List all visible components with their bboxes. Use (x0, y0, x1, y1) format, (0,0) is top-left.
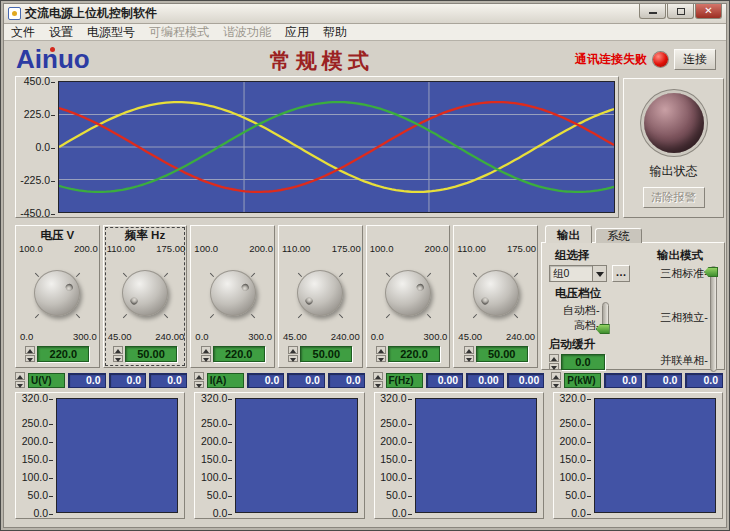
knob-scale-label: 110.00 (282, 243, 310, 254)
knob-scale-label: 110.00 (457, 243, 485, 254)
knob-spinner[interactable] (113, 346, 123, 362)
knob-scale-label: 45.00 (283, 331, 307, 342)
trend-plot (56, 398, 178, 513)
knob-value-display[interactable]: 220.0 (388, 346, 440, 362)
knob-title (368, 228, 449, 242)
meter-spinner[interactable] (15, 372, 25, 388)
output-status-panel: 输出状态 清除报警 (623, 78, 724, 218)
knob-value-display[interactable]: 220.0 (37, 346, 89, 362)
minimize-button[interactable] (639, 4, 666, 19)
knob-value-display[interactable]: 50.00 (125, 346, 177, 362)
app-icon (8, 7, 21, 20)
waveform-scope-panel: 450.0225.00.0-225.0-450.0 (15, 76, 619, 218)
knob-scale-label: 240.00 (155, 331, 184, 342)
group-select-value: 组0 (550, 266, 592, 281)
trend-chart-current: 320.0250.0200.0150.0100.050.00.0 (194, 392, 364, 519)
trend-plot (594, 398, 716, 513)
meter-spinner[interactable] (194, 372, 204, 388)
knob-scale-label: 300.0 (424, 331, 448, 342)
knob[interactable] (210, 270, 256, 316)
knob-indicator-dot (240, 282, 249, 291)
ramp-value-display[interactable]: 0.0 (561, 354, 605, 370)
voltage-gear-label: 电压档位 (555, 286, 645, 301)
meter-spinner[interactable] (551, 372, 561, 388)
logo-red-dot-icon (50, 47, 55, 52)
knob-value-display[interactable]: 220.0 (213, 346, 265, 362)
knob-strip: 电压 V 100.0 200.0 0.0 300.0 220.0 (15, 225, 538, 368)
group-more-button[interactable]: … (612, 265, 630, 282)
knob[interactable] (122, 270, 168, 316)
knob-scale-label: 175.00 (332, 243, 361, 254)
trend-charts: 320.0250.0200.0150.0100.050.00.0 320.025… (15, 392, 723, 519)
knob-title (455, 228, 536, 242)
voltage-gear-slider[interactable] (602, 302, 609, 334)
knob-spinner[interactable] (288, 346, 298, 362)
knob[interactable] (473, 270, 519, 316)
trend-y-axis: 320.0250.0200.0150.0100.050.00.0 (554, 398, 594, 513)
knob-scale-label: 0.0 (371, 331, 384, 342)
trend-y-axis: 320.0250.0200.0150.0100.050.00.0 (16, 398, 56, 513)
trend-plot (415, 398, 537, 513)
voltage-gear-option-high: 高档- (563, 318, 600, 333)
knob-scale-label: 45.00 (458, 331, 482, 342)
knob-indicator-dot (129, 296, 139, 306)
knob[interactable] (385, 270, 431, 316)
output-mode-slider[interactable] (710, 266, 717, 372)
settings-panel: 输出 系统 组选择 组0 … 电压档位 自动 (541, 225, 725, 370)
knob-dial: 110.00 175.00 45.00 240.00 (280, 242, 361, 343)
knob-indicator-dot (65, 282, 74, 291)
meter-group: U(V) 0.0 0.0 0.0 (15, 371, 187, 389)
knob[interactable] (34, 270, 80, 316)
knob-title (280, 228, 361, 242)
meter-label: I(A) (207, 373, 244, 388)
knob-spinner[interactable] (201, 346, 211, 362)
knob[interactable] (297, 270, 343, 316)
knob-scale-label: 100.0 (194, 243, 218, 254)
knob-dial: 110.00 175.00 45.00 240.00 (455, 242, 536, 343)
clear-alarm-button: 清除报警 (643, 187, 705, 208)
scope-y-axis: 450.0225.00.0-225.0-450.0 (16, 81, 58, 213)
output-mode-label: 输出模式 (657, 248, 703, 263)
voltage-gear-option-auto: 自动档- (563, 303, 600, 318)
knob-value-display[interactable]: 50.00 (300, 346, 352, 362)
knob-spinner[interactable] (464, 346, 474, 362)
meter-value: 0.00 (466, 373, 504, 388)
meter-value: 0.0 (685, 373, 723, 388)
knob-scale-label: 100.0 (19, 243, 43, 254)
menu-application[interactable]: 应用 (278, 23, 316, 42)
tab-output[interactable]: 输出 (545, 225, 592, 243)
maximize-button[interactable] (667, 4, 694, 19)
meter-label: P(kW) (564, 373, 601, 388)
menu-bar: 文件 设置 电源型号 可编程模式 谐波功能 应用 帮助 (4, 24, 726, 41)
comm-status-led (653, 52, 668, 67)
tab-system[interactable]: 系统 (595, 228, 642, 243)
dropdown-arrow-icon[interactable] (592, 266, 606, 281)
close-button[interactable]: ✕ (695, 4, 722, 19)
ramp-spinner[interactable] (549, 354, 559, 370)
menu-file[interactable]: 文件 (4, 23, 42, 42)
knob-spinner[interactable] (25, 346, 35, 362)
trend-y-axis: 320.0250.0200.0150.0100.050.00.0 (195, 398, 235, 513)
knob-panel: 100.0 200.0 0.0 300.0 220.0 (366, 225, 451, 368)
knob-dial: 110.00 175.00 45.00 240.00 (105, 242, 186, 343)
meter-value: 0.0 (604, 373, 642, 388)
knob-spinner[interactable] (376, 346, 386, 362)
knob-dial: 100.0 200.0 0.0 300.0 (192, 242, 273, 343)
knob-scale-label: 110.00 (107, 243, 135, 254)
meter-spinner[interactable] (373, 372, 383, 388)
knob-value-display[interactable]: 50.00 (476, 346, 528, 362)
menu-settings[interactable]: 设置 (42, 23, 80, 42)
menu-help[interactable]: 帮助 (316, 23, 354, 42)
knob-dial: 100.0 200.0 0.0 300.0 (368, 242, 449, 343)
knob-scale-label: 200.0 (425, 243, 449, 254)
output-status-led (644, 93, 704, 153)
output-mode-option-parallel: 并联单相- (660, 353, 708, 368)
connect-button[interactable]: 连接 (674, 49, 716, 70)
meter-strip: U(V) 0.0 0.0 0.0 I(A) 0.0 0.0 0.0 F(Hz) (15, 371, 723, 389)
window-body: 交流电源上位机控制软件 ✕ 文件 设置 电源型号 可编程模式 谐波功能 应用 帮… (3, 3, 727, 528)
knob-title: 电压 V (17, 228, 98, 242)
menu-power-model[interactable]: 电源型号 (80, 23, 142, 42)
meter-group: P(kW) 0.0 0.0 0.0 (551, 371, 723, 389)
group-select-dropdown[interactable]: 组0 (549, 265, 607, 282)
output-mode-option-standard: 三相标准- (660, 266, 708, 281)
